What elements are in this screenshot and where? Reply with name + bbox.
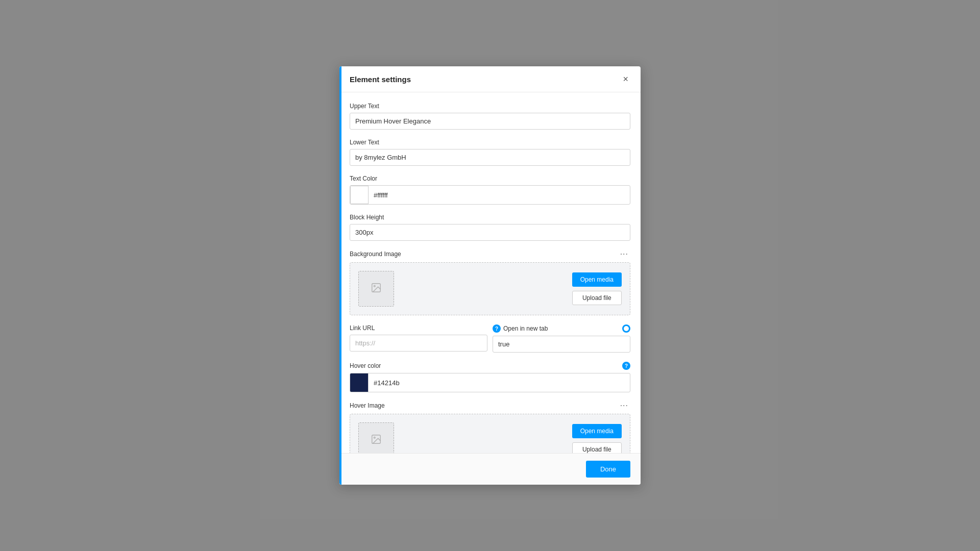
lower-text-label: Lower Text <box>350 139 630 146</box>
background-image-label: Background Image <box>350 251 401 258</box>
background-image-buttons: Open media Upload file <box>572 272 622 305</box>
open-new-tab-info-icon[interactable]: ? <box>493 324 501 333</box>
text-color-group: Text Color <box>350 175 630 205</box>
left-accent <box>339 66 341 485</box>
hover-color-label-row: Hover color ? <box>350 362 630 370</box>
element-settings-modal: Element settings × Upper Text Lower Text… <box>339 66 641 485</box>
background-image-upload-area: Open media Upload file <box>350 262 630 315</box>
hover-open-media-button[interactable]: Open media <box>572 424 622 438</box>
link-url-group: Link URL ? Open in new tab <box>350 324 630 353</box>
svg-point-4 <box>374 437 375 438</box>
link-url-input[interactable] <box>350 335 487 352</box>
text-color-input-row <box>350 185 630 205</box>
upper-text-input[interactable] <box>350 113 630 130</box>
lower-text-input[interactable] <box>350 149 630 166</box>
open-new-tab-field: ? Open in new tab <box>493 324 630 353</box>
modal-overlay: Element settings × Upper Text Lower Text… <box>0 0 980 551</box>
modal-body: Upper Text Lower Text Text Color Block H… <box>339 92 641 453</box>
text-color-swatch[interactable] <box>350 186 369 204</box>
background-image-icon <box>371 282 382 296</box>
hover-color-hex-input[interactable] <box>369 375 630 391</box>
upper-text-label: Upper Text <box>350 103 630 110</box>
open-new-tab-input[interactable] <box>493 336 630 353</box>
upper-text-group: Upper Text <box>350 103 630 130</box>
close-button[interactable]: × <box>621 73 630 85</box>
modal-header: Element settings × <box>339 66 641 92</box>
background-open-media-button[interactable]: Open media <box>572 272 622 287</box>
link-url-field: Link URL <box>350 324 487 352</box>
background-image-group: Background Image ··· <box>350 250 630 315</box>
hover-image-header: Hover Image ··· <box>350 402 630 410</box>
hover-image-label: Hover Image <box>350 402 385 409</box>
hover-image-dots-button[interactable]: ··· <box>618 402 630 410</box>
background-upload-file-button[interactable]: Upload file <box>572 291 622 305</box>
block-height-group: Block Height <box>350 214 630 241</box>
link-url-label: Link URL <box>350 324 487 332</box>
link-row: Link URL ? Open in new tab <box>350 324 630 353</box>
open-new-tab-label: Open in new tab <box>503 325 548 332</box>
hover-image-icon <box>371 434 382 447</box>
hover-upload-file-button[interactable]: Upload file <box>572 442 622 453</box>
hover-image-upload-area: Open media Upload file <box>350 414 630 453</box>
modal-footer: Done <box>339 453 641 485</box>
hover-image-placeholder <box>358 422 394 453</box>
hover-color-input-row <box>350 373 630 392</box>
hover-color-info-icon[interactable]: ? <box>622 362 630 370</box>
open-new-tab-action-icon[interactable] <box>622 324 630 333</box>
hover-image-group: Hover Image ··· Open <box>350 402 630 453</box>
background-image-dots-button[interactable]: ··· <box>618 250 630 258</box>
modal-title: Element settings <box>350 75 411 84</box>
background-image-header: Background Image ··· <box>350 250 630 258</box>
block-height-input[interactable] <box>350 224 630 241</box>
background-image-placeholder <box>358 271 394 307</box>
hover-color-label: Hover color <box>350 362 381 369</box>
hover-color-group: Hover color ? <box>350 362 630 392</box>
svg-point-1 <box>374 285 375 287</box>
lower-text-group: Lower Text <box>350 139 630 166</box>
text-color-label: Text Color <box>350 175 630 182</box>
block-height-label: Block Height <box>350 214 630 221</box>
hover-color-input-wrapper <box>350 373 630 392</box>
done-button[interactable]: Done <box>586 461 630 478</box>
svg-point-2 <box>624 326 629 331</box>
text-color-hex-input[interactable] <box>369 187 630 203</box>
hover-color-swatch[interactable] <box>350 373 369 392</box>
hover-image-buttons: Open media Upload file <box>572 424 622 453</box>
